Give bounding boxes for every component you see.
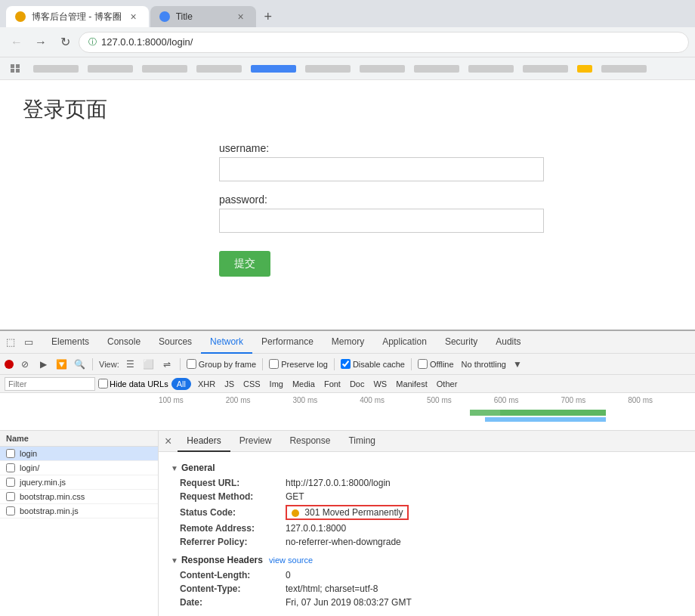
large-view-icon[interactable]: ⬜ (142, 358, 156, 371)
toolbar-separator-3 (262, 358, 263, 370)
filter-input[interactable] (5, 377, 95, 391)
bookmark-12 (601, 65, 647, 73)
inspect-icon[interactable]: ⬚ (3, 335, 18, 350)
offline-checkbox-label[interactable]: Offline (418, 359, 454, 369)
username-input[interactable] (219, 157, 544, 181)
hide-data-urls-checkbox[interactable] (98, 379, 108, 388)
throttle-dropdown-icon[interactable]: ▼ (511, 358, 524, 371)
detail-tab-headers[interactable]: Headers (178, 431, 230, 452)
clear-icon[interactable]: ⊘ (18, 358, 32, 371)
tab-audits[interactable]: Audits (486, 331, 530, 354)
tab-inactive[interactable]: Title × (150, 6, 256, 27)
filter-font[interactable]: Font (320, 379, 344, 389)
date-val: Fri, 07 Jun 2019 08:03:27 GMT (286, 597, 412, 608)
filter-media[interactable]: Media (289, 379, 319, 389)
apps-icon (11, 64, 20, 73)
tab1-close[interactable]: × (128, 11, 140, 23)
address-bar[interactable]: ⓘ 127.0.0.1:8000/login/ (79, 32, 689, 53)
timeline-700ms: 700 ms (561, 396, 629, 404)
filter-css[interactable]: CSS (239, 379, 264, 389)
offline-label: Offline (430, 360, 454, 369)
file-checkbox-bootstrap-css[interactable] (6, 492, 15, 501)
search-icon[interactable]: 🔍 (73, 358, 86, 371)
tab1-title: 博客后台管理 - 博客圈 (32, 11, 122, 23)
tab-security[interactable]: Security (436, 331, 486, 354)
waterfall-icon[interactable]: ⇌ (160, 358, 174, 371)
bookmark-7 (360, 65, 405, 73)
file-item-login[interactable]: login (0, 447, 158, 461)
file-item-jquery[interactable]: jquery.min.js (0, 475, 158, 490)
submit-button[interactable]: 提交 (219, 251, 270, 277)
filter-icon[interactable]: 🔽 (54, 358, 68, 371)
preserve-log-checkbox[interactable] (269, 359, 279, 369)
password-input[interactable] (219, 209, 544, 233)
timeline-bar: 100 ms 200 ms 300 ms 400 ms 500 ms 600 m… (0, 393, 695, 431)
detail-tab-timing[interactable]: Timing (339, 431, 385, 452)
preserve-log-checkbox-label[interactable]: Preserve log (269, 359, 328, 369)
filter-xhr[interactable]: XHR (194, 379, 219, 389)
file-checkbox-login-slash[interactable] (6, 463, 15, 472)
detail-tab-response[interactable]: Response (280, 431, 339, 452)
file-list-header: Name (0, 431, 158, 447)
username-label: username: (219, 142, 672, 154)
disable-cache-checkbox-label[interactable]: Disable cache (341, 359, 405, 369)
offline-checkbox[interactable] (418, 359, 428, 369)
group-by-frame-checkbox[interactable] (187, 359, 196, 369)
password-label: password: (219, 193, 672, 206)
hide-data-urls-label[interactable]: Hide data URLs (98, 379, 168, 388)
file-item-bootstrap-js[interactable]: bootstrap.min.js (0, 504, 158, 518)
timeline-100ms: 100 ms (159, 396, 226, 404)
response-headers-section: Response Headers view source Content-Len… (171, 555, 683, 609)
disable-cache-checkbox[interactable] (341, 359, 351, 369)
timeline-bar-green2 (500, 410, 606, 416)
camera-icon[interactable]: ▶ (36, 358, 50, 371)
filter-doc[interactable]: Doc (346, 379, 369, 389)
secure-icon: ⓘ (88, 36, 97, 48)
bookmark-2 (88, 65, 133, 73)
tab-active[interactable]: 博客后台管理 - 博客圈 × (6, 6, 149, 27)
content-type-val: text/html; charset=utf-8 (286, 583, 378, 594)
tab-console[interactable]: Console (98, 331, 150, 354)
filter-ws[interactable]: WS (369, 379, 391, 389)
nav-bar: ← → ↻ ⓘ 127.0.0.1:8000/login/ (0, 27, 695, 57)
file-checkbox-login[interactable] (6, 449, 15, 458)
tab-application[interactable]: Application (373, 331, 436, 354)
address-text: 127.0.0.1:8000/login/ (101, 36, 193, 48)
reload-button[interactable]: ↻ (54, 32, 76, 53)
file-name-login: login (20, 449, 37, 458)
tab2-close[interactable]: × (235, 11, 247, 23)
record-button[interactable] (5, 360, 14, 369)
view-label: View: (99, 360, 119, 369)
filter-manifest[interactable]: Manifest (392, 379, 431, 389)
tab2-favicon (159, 11, 170, 22)
detail-close-btn[interactable]: × (165, 435, 171, 448)
date-key: Date: (180, 597, 286, 608)
remote-address-val: 127.0.0.1:8000 (286, 523, 346, 534)
list-view-icon[interactable]: ☰ (124, 358, 137, 371)
referrer-policy-key: Referrer Policy: (180, 537, 286, 547)
remote-address-key: Remote Address: (180, 523, 286, 534)
tab-sources[interactable]: Sources (150, 331, 201, 354)
tab-memory[interactable]: Memory (323, 331, 373, 354)
view-source-link[interactable]: view source (269, 556, 313, 565)
filter-js[interactable]: JS (221, 379, 238, 389)
back-button[interactable]: ← (6, 32, 27, 53)
forward-button[interactable]: → (30, 32, 51, 53)
group-by-frame-checkbox-label[interactable]: Group by frame (187, 359, 256, 369)
filter-all-btn[interactable]: All (171, 378, 191, 390)
bookmark-apps[interactable] (6, 63, 24, 75)
new-tab-button[interactable]: + (258, 6, 279, 27)
file-checkbox-jquery[interactable] (6, 478, 15, 487)
file-checkbox-bootstrap-js[interactable] (6, 506, 15, 515)
detail-tab-preview[interactable]: Preview (230, 431, 281, 452)
file-item-bootstrap-css[interactable]: bootstrap.min.css (0, 490, 158, 504)
tab-elements[interactable]: Elements (42, 331, 98, 354)
filter-other[interactable]: Other (433, 379, 462, 389)
device-icon[interactable]: ▭ (21, 335, 36, 350)
file-item-login-slash[interactable]: login/ (0, 461, 158, 475)
bookmarks-bar (0, 57, 695, 80)
tab-network[interactable]: Network (201, 331, 252, 354)
filter-img[interactable]: Img (266, 379, 287, 389)
tab-performance[interactable]: Performance (252, 331, 323, 354)
status-dot-icon (292, 509, 299, 517)
